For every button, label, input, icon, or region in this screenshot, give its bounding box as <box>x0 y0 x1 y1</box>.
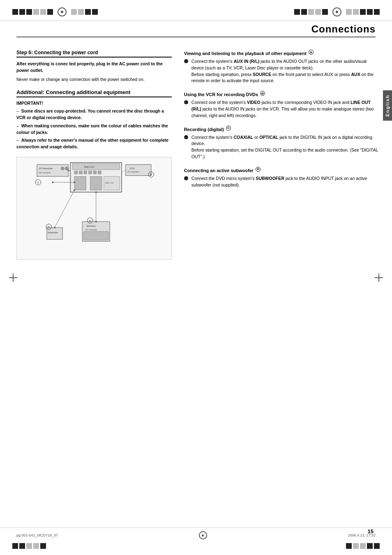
svg-point-45 <box>52 182 53 183</box>
svg-rect-8 <box>72 164 120 169</box>
bar-block <box>40 543 46 549</box>
right-column: Viewing and listening to the playback of… <box>180 50 380 260</box>
section-d: Connecting an active subwoofer D Connect… <box>184 167 380 189</box>
bar-block <box>360 543 366 549</box>
left-column: Step 6: Connecting the power cord After … <box>16 50 180 260</box>
important-list: – Some discs are copy-protected. You can… <box>16 108 172 150</box>
bottom-bar: pg 001-041_MCD718_37 2006.4.13, 17:52 <box>0 527 392 543</box>
section-a-title: Viewing and listening to the playback of… <box>184 50 380 56</box>
step6-title: Step 6: Connecting the power cord <box>16 50 172 58</box>
section-b-text: Connect one of the system's VIDEO jacks … <box>191 99 380 119</box>
bottom-right-text: 2006.4.13, 17:52 <box>348 533 376 537</box>
bar-block <box>19 543 25 549</box>
section-d-title: Connecting an active subwoofer D <box>184 167 380 173</box>
bar-block <box>78 9 84 15</box>
bottom-left-pattern <box>12 543 46 549</box>
section-d-bullet: Connect the DVD micro system's SUBWOOFER… <box>184 175 380 189</box>
top-bar <box>0 0 392 21</box>
bar-block <box>47 9 53 15</box>
svg-text:C: C <box>37 181 39 184</box>
svg-text:DVD / CD: DVD / CD <box>105 182 114 184</box>
language-tab: English <box>383 90 392 121</box>
bar-block <box>85 9 91 15</box>
page-title-container: Connections <box>16 23 376 37</box>
section-b-bullet: Connect one of the system's VIDEO jacks … <box>184 99 380 119</box>
section-d-marker: D <box>256 167 261 172</box>
connections-diagram: CD Recorder (for example) C Main Unit <box>16 157 172 260</box>
section-d-text: Connect the DVD micro system's SUBWOOFER… <box>191 175 380 189</box>
section-a-marker: A <box>309 50 314 55</box>
bar-block <box>33 9 39 15</box>
bar-block <box>367 543 373 549</box>
svg-point-3 <box>61 167 64 170</box>
additional-section: Additional: Connecting additional equipm… <box>16 89 172 150</box>
svg-line-25 <box>122 170 126 173</box>
bottom-crosshair <box>199 531 207 539</box>
bar-block <box>315 9 321 15</box>
svg-rect-14 <box>93 171 97 174</box>
step6-body-bold: After everything is conec ted properly, … <box>16 61 163 73</box>
bullet-dot <box>184 135 188 139</box>
registration-circle <box>58 7 67 16</box>
bullet-dot <box>184 59 188 63</box>
svg-rect-10 <box>74 171 78 174</box>
svg-rect-0 <box>37 164 69 176</box>
important-label: IMPORTANT! <box>16 101 172 106</box>
bar-block <box>374 543 380 549</box>
bar-block <box>301 9 307 15</box>
additional-title: Additional: Connecting additional equipm… <box>16 89 172 97</box>
svg-text:A: A <box>89 219 91 222</box>
bottom-center-text <box>199 531 207 539</box>
main-content: Step 6: Connecting the power cord After … <box>0 41 392 268</box>
section-a-bullet: Connect the system's AUX IN (R/L) jacks … <box>184 58 380 84</box>
svg-text:B: B <box>150 173 152 176</box>
svg-rect-15 <box>98 171 101 174</box>
diagram-svg: CD Recorder (for example) C Main Unit <box>20 161 168 255</box>
bar-block <box>71 9 77 15</box>
svg-text:Subwoofer: Subwoofer <box>48 231 58 234</box>
crosshair-right <box>375 274 383 282</box>
bar-block <box>346 543 352 549</box>
bar-block <box>367 9 373 15</box>
important-item-3: – Always refer to the owner's manual of … <box>16 137 172 150</box>
bar-block <box>353 543 359 549</box>
svg-point-41 <box>54 227 55 228</box>
svg-text:CD Recorder: CD Recorder <box>39 167 53 170</box>
bar-block <box>360 9 366 15</box>
section-b: Using the VCR for recording DVDs B Conne… <box>184 91 380 119</box>
svg-text:D: D <box>48 226 50 228</box>
bar-block <box>26 9 32 15</box>
bottom-pattern-bar <box>0 543 392 549</box>
section-b-title: Using the VCR for recording DVDs B <box>184 91 380 97</box>
section-b-marker: B <box>260 91 265 96</box>
svg-rect-16 <box>74 176 86 190</box>
svg-rect-12 <box>84 171 87 174</box>
bar-block <box>346 9 352 15</box>
bottom-left-text: pg 001-041_MCD718_37 <box>16 533 58 537</box>
bullet-dot <box>184 100 188 104</box>
svg-text:(for example): (for example) <box>39 171 51 173</box>
svg-point-43 <box>68 170 69 171</box>
svg-rect-17 <box>90 176 102 190</box>
svg-text:VCR: VCR <box>129 167 134 170</box>
step6-body: After everything is conec ted properly, … <box>16 61 172 83</box>
bar-block <box>12 543 18 549</box>
section-c-text: Connect the system's COAXIAL or OPTICAL … <box>191 134 380 160</box>
svg-point-46 <box>74 182 75 183</box>
step6-section: Step 6: Connecting the power cord After … <box>16 50 172 83</box>
bar-block <box>294 9 300 15</box>
svg-point-34 <box>95 221 97 222</box>
svg-text:Main Unit: Main Unit <box>84 166 95 168</box>
crosshair-left <box>9 274 17 282</box>
step6-body2: Never make or change any connection with… <box>16 76 172 83</box>
bar-block <box>322 9 328 15</box>
svg-text:(for example): (for example) <box>127 171 139 173</box>
section-c-bullet: Connect the system's COAXIAL or OPTICAL … <box>184 134 380 160</box>
section-c-marker: C <box>226 126 231 131</box>
registration-circle <box>332 7 341 16</box>
bar-block <box>19 9 25 15</box>
bottom-right-pattern <box>346 543 380 549</box>
svg-rect-11 <box>79 171 82 174</box>
top-bar-left-pattern <box>12 7 98 16</box>
bullet-dot <box>184 176 188 180</box>
